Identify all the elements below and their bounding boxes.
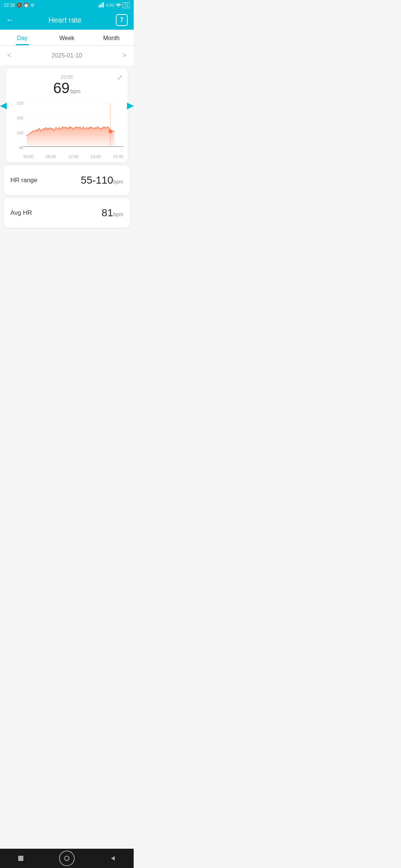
avg-hr-card: Avg HR 81bpm [4,198,130,228]
svg-rect-0 [98,5,100,7]
svg-rect-2 [101,3,102,7]
x-axis-labels: 00:00 06:00 12:00 18:00 24:00 [23,153,123,159]
status-right: 4.5G 72 [98,2,130,9]
current-date: 2025-01-10 [52,52,82,59]
chart-scroll-right[interactable]: ▶ [127,100,134,111]
settings-icon: ⚙ [30,3,35,8]
heart-rate-svg [23,99,123,151]
heart-rate-chart-card: 20:55 69 bpm ⤢ 220 160 100 40 [6,68,128,162]
chart-area: 220 160 100 40 [10,99,123,159]
chart-scroll-left[interactable]: ◀ [0,100,7,111]
date-navigation: < 2025-01-10 > [0,46,134,65]
svg-rect-1 [100,4,101,7]
hr-range-value: 55-110bpm [81,174,123,186]
tab-month[interactable]: Month [89,30,134,45]
x-label-2400: 24:00 [113,154,123,159]
status-time: 22:18 [4,3,15,8]
chart-bpm-value: 69 [53,80,70,96]
back-button[interactable]: ← [6,16,14,24]
wifi-icon [115,3,121,8]
x-label-1800: 18:00 [91,154,101,159]
chart-main: 00:00 06:00 12:00 18:00 24:00 [23,99,123,159]
status-bar: 22:18 🔕 ⏰ ⚙ 4.5G 72 [0,0,134,10]
x-label-0600: 06:00 [46,154,56,159]
mute-icon: 🔕 [16,3,22,8]
prev-date-button[interactable]: < [7,52,12,59]
hr-range-card: HR range 55-110bpm [4,165,130,195]
next-date-button[interactable]: > [122,52,126,59]
battery-icon: 72 [123,2,130,8]
alarm-icon: ⏰ [23,3,29,8]
status-left: 22:18 🔕 ⏰ ⚙ [4,3,35,8]
tabs-bar: Day Week Month [0,30,134,46]
avg-hr-value: 81bpm [102,207,123,219]
network-label: 4.5G [106,3,114,7]
page-title: Heart rate [49,16,82,24]
x-label-1200: 12:00 [68,154,79,159]
avg-hr-label: Avg HR [10,209,32,217]
chart-bpm-display: 69 bpm [10,80,123,96]
y-label-40: 40 [19,145,23,150]
chart-svg-container: 00:00 06:00 12:00 18:00 24:00 [23,99,123,159]
calendar-icon[interactable]: 7 [116,14,128,26]
tab-week[interactable]: Week [45,30,89,45]
svg-rect-3 [103,2,104,7]
signal-icon [98,2,105,9]
chart-bpm-unit: bpm [71,88,81,94]
y-label-160: 160 [17,116,23,120]
chart-header: 20:55 69 bpm [10,74,123,96]
chart-timestamp: 20:55 [10,74,123,80]
top-bar: ← Heart rate 7 [0,10,134,30]
hr-range-label: HR range [10,177,38,184]
y-axis: 220 160 100 40 [10,99,23,159]
y-label-220: 220 [17,101,23,105]
y-label-100: 100 [17,131,23,135]
tab-day[interactable]: Day [0,30,45,45]
expand-chart-button[interactable]: ⤢ [117,73,123,82]
x-label-0000: 00:00 [23,154,34,159]
